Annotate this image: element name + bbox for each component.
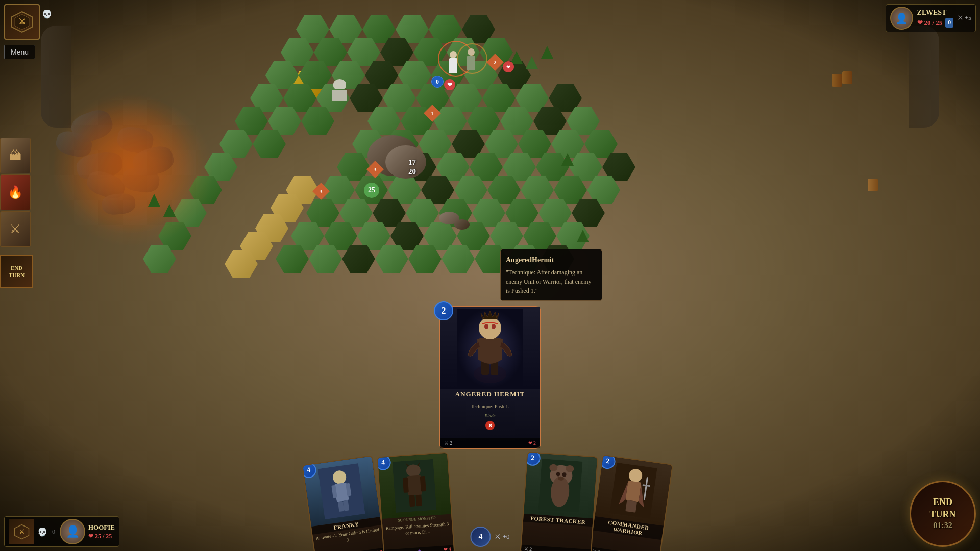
map-character-1[interactable]: [449, 51, 457, 73]
left-card-strip: 🏔 🔥 ⚔: [0, 138, 33, 247]
card-type-hermit: Blade: [440, 413, 540, 419]
svg-point-10: [479, 317, 501, 339]
end-turn-button[interactable]: END TURN 01:32: [910, 481, 976, 547]
map-num-20: 20: [408, 167, 416, 176]
svg-rect-24: [420, 476, 426, 492]
tree: [148, 194, 160, 207]
player-info-panel: 👤 ZLWEST ❤ 20 / 25 0 ⚔ +5: [886, 4, 976, 32]
tree: [163, 204, 176, 217]
bottom-player-details: HOOFIE ❤ 25 / 25: [88, 523, 115, 540]
hermit-svg: [457, 309, 523, 388]
svg-text:⚔: ⚔: [19, 529, 24, 535]
franky-card[interactable]: 4 FRANKY Activate -1: Your Golem is Heal…: [302, 455, 386, 551]
player-top-stats: ❤ 20 / 25 0: [917, 18, 954, 28]
svg-point-6: [474, 365, 506, 383]
resource-sword: ⚔ +0: [495, 533, 509, 541]
bottom-player-name: HOOFIE: [88, 523, 115, 532]
card-desc-hermit: Technique: Push 1.: [440, 400, 540, 413]
skull-decoration: 💀: [42, 9, 52, 19]
skull-count: 0: [52, 528, 55, 536]
svg-point-11: [484, 324, 488, 329]
bottom-logo: ⚔: [9, 519, 34, 544]
scourge-card-slot: 4 SCOURGE MONSTER Rampage: K: [377, 452, 460, 551]
card-attack-val: ⚔ 2: [444, 440, 452, 446]
tooltip-title: AngeredHermit: [506, 255, 597, 265]
svg-rect-26: [415, 495, 422, 507]
tracker-card-slot: 2 FOREST TRACKER ⚔: [520, 452, 603, 551]
svg-text:⚔: ⚔: [18, 17, 26, 26]
left-card-1[interactable]: 🏔: [0, 138, 31, 173]
player-top-details: ZLWEST ❤ 20 / 25 0: [917, 9, 954, 28]
svg-rect-25: [409, 495, 415, 507]
svg-rect-37: [625, 481, 641, 502]
franky-health: ❤ 2: [375, 549, 383, 551]
svg-rect-23: [403, 477, 409, 493]
arch-left: [41, 26, 71, 128]
rubble: [101, 192, 136, 216]
tree: [526, 56, 538, 69]
resource-badge: 4: [470, 527, 491, 547]
card-health-val: ❤ 2: [528, 440, 536, 446]
map-heart-2: ❤: [503, 61, 514, 72]
card-stats-hermit: ⚔ 2 ❤ 2: [440, 438, 540, 448]
bottom-player-health: ❤ 25 / 25: [88, 533, 115, 540]
bottom-player-panel: ⚔ 💀 0 👤 HOOFIE ❤ 25 / 25: [4, 516, 119, 547]
franky-stats: ⚔ 2 ❤ 2: [316, 547, 386, 551]
end-turn-left-button[interactable]: END TURN: [0, 255, 33, 288]
game-logo[interactable]: ⚔: [4, 4, 40, 40]
scourge-special: ◆: [417, 548, 422, 551]
card-image-hermit: [440, 307, 540, 389]
map-num-17: 17: [408, 158, 416, 167]
tooltip-popup: AngeredHermit "Technique: After damaging…: [500, 249, 602, 301]
stone: [454, 219, 470, 230]
bottom-player-avatar: 👤: [60, 519, 85, 544]
tracker-stats: ⚔ 2 ❤ 2: [521, 545, 591, 551]
player-top-sword: ⚔ +5: [958, 14, 971, 22]
tree: [541, 46, 553, 59]
map-num-heart-1: ❤: [444, 79, 455, 90]
logo-icon: ⚔: [9, 9, 35, 35]
player-top-avatar: 👤: [890, 7, 913, 30]
card-x-marker: ✕: [485, 421, 495, 430]
map-num-25: 25: [364, 183, 379, 198]
tree: [510, 51, 523, 64]
barrel: [868, 179, 878, 191]
tracker-attack: ⚔ 2: [524, 546, 532, 551]
scourge-card[interactable]: 4 SCOURGE MONSTER Rampage: K: [377, 452, 455, 551]
map-num-0: 0: [431, 76, 444, 88]
tooltip-text: "Technique: After damaging an enemy Unit…: [506, 268, 597, 295]
barrel: [832, 74, 842, 87]
player-top-health: ❤ 20 / 25: [917, 19, 943, 27]
angered-hermit-card[interactable]: 2: [439, 306, 541, 449]
arch-right: [909, 26, 939, 128]
tree: [561, 153, 574, 166]
warrior-stats: ⚔ 2 ❤ 2: [590, 547, 659, 551]
boulder-2: [385, 145, 426, 179]
svg-point-12: [492, 324, 496, 329]
player-top-name: ZLWEST: [917, 9, 954, 17]
card-cost-2: 2: [434, 301, 453, 320]
scourge-stats: ⚔ 1 ◆ ❤ 4: [384, 545, 454, 551]
skull-icon: 💀: [37, 527, 47, 537]
card-name-hermit: ANGERED HERMIT: [440, 389, 540, 400]
tree: [577, 230, 589, 242]
barrel: [842, 71, 852, 84]
svg-rect-22: [407, 475, 423, 496]
tracker-card[interactable]: 2 FOREST TRACKER ⚔: [520, 452, 599, 551]
bottom-resources: 4 ⚔ +0: [470, 527, 509, 547]
menu-button[interactable]: Menu: [4, 45, 35, 59]
map-character-2[interactable]: [467, 48, 475, 70]
left-card-2[interactable]: 🔥: [0, 174, 31, 210]
map-character-wolf[interactable]: [332, 79, 347, 101]
player-top-blue: 0: [945, 18, 953, 28]
scourge-health: ❤ 4: [443, 546, 451, 551]
left-card-3[interactable]: ⚔: [0, 211, 31, 247]
